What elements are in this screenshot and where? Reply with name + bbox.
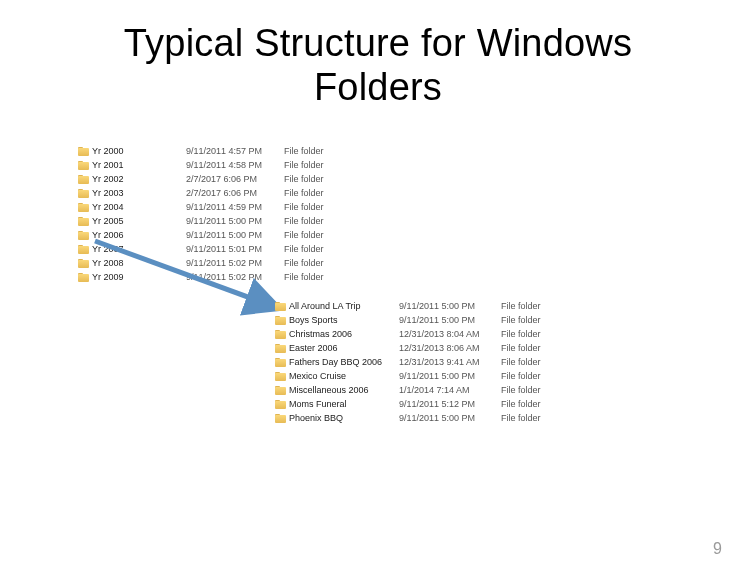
folder-name: Yr 2009 — [92, 270, 186, 284]
folder-type: File folder — [284, 270, 344, 284]
folder-date: 9/11/2011 5:01 PM — [186, 242, 284, 256]
year-folder-row[interactable]: Yr 20079/11/2011 5:01 PMFile folder — [78, 242, 348, 256]
year-folder-row[interactable]: Yr 20019/11/2011 4:58 PMFile folder — [78, 158, 348, 172]
folder-name: Phoenix BBQ — [289, 411, 399, 425]
folder-icon — [78, 259, 89, 268]
folder-type: File folder — [501, 383, 561, 397]
folder-name: Yr 2002 — [92, 172, 186, 186]
folder-date: 9/11/2011 5:00 PM — [399, 411, 501, 425]
folder-icon — [275, 344, 286, 353]
year-folder-list: Yr 20009/11/2011 4:57 PMFile folderYr 20… — [78, 144, 348, 284]
folder-name: Miscellaneous 2006 — [289, 383, 399, 397]
folder-type: File folder — [501, 299, 561, 313]
folder-date: 9/11/2011 5:00 PM — [399, 299, 501, 313]
year-folder-row[interactable]: Yr 20089/11/2011 5:02 PMFile folder — [78, 256, 348, 270]
folder-type: File folder — [501, 397, 561, 411]
folder-icon — [275, 302, 286, 311]
folder-icon — [275, 372, 286, 381]
folder-icon — [78, 231, 89, 240]
folder-icon — [78, 175, 89, 184]
folder-icon — [275, 316, 286, 325]
page-number: 9 — [713, 540, 722, 558]
folder-name: Yr 2006 — [92, 228, 186, 242]
folder-date: 9/11/2011 5:12 PM — [399, 397, 501, 411]
subfolder-row[interactable]: Miscellaneous 20061/1/2014 7:14 AMFile f… — [275, 383, 575, 397]
folder-name: Yr 2008 — [92, 256, 186, 270]
folder-date: 9/11/2011 5:00 PM — [399, 313, 501, 327]
folder-icon — [275, 358, 286, 367]
folder-name: Yr 2007 — [92, 242, 186, 256]
folder-date: 9/11/2011 5:00 PM — [399, 369, 501, 383]
year-folder-row[interactable]: Yr 20059/11/2011 5:00 PMFile folder — [78, 214, 348, 228]
year-folder-row[interactable]: Yr 20032/7/2017 6:06 PMFile folder — [78, 186, 348, 200]
folder-type: File folder — [284, 228, 344, 242]
year-folder-row[interactable]: Yr 20022/7/2017 6:06 PMFile folder — [78, 172, 348, 186]
subfolder-row[interactable]: Phoenix BBQ9/11/2011 5:00 PMFile folder — [275, 411, 575, 425]
folder-date: 9/11/2011 5:02 PM — [186, 270, 284, 284]
folder-icon — [78, 189, 89, 198]
folder-date: 2/7/2017 6:06 PM — [186, 172, 284, 186]
folder-icon — [78, 203, 89, 212]
folder-type: File folder — [284, 256, 344, 270]
folder-date: 9/11/2011 4:57 PM — [186, 144, 284, 158]
folder-type: File folder — [284, 172, 344, 186]
folder-name: All Around LA Trip — [289, 299, 399, 313]
year-folder-row[interactable]: Yr 20049/11/2011 4:59 PMFile folder — [78, 200, 348, 214]
year-folder-row[interactable]: Yr 20009/11/2011 4:57 PMFile folder — [78, 144, 348, 158]
subfolder-row[interactable]: Christmas 200612/31/2013 8:04 AMFile fol… — [275, 327, 575, 341]
folder-date: 1/1/2014 7:14 AM — [399, 383, 501, 397]
folder-name: Yr 2005 — [92, 214, 186, 228]
folder-type: File folder — [501, 369, 561, 383]
folder-type: File folder — [501, 313, 561, 327]
folder-name: Yr 2000 — [92, 144, 186, 158]
folder-date: 12/31/2013 9:41 AM — [399, 355, 501, 369]
folder-name: Yr 2004 — [92, 200, 186, 214]
year-folder-row[interactable]: Yr 20099/11/2011 5:02 PMFile folder — [78, 270, 348, 284]
folder-date: 9/11/2011 5:00 PM — [186, 214, 284, 228]
folder-name: Yr 2001 — [92, 158, 186, 172]
folder-icon — [275, 330, 286, 339]
folder-type: File folder — [501, 341, 561, 355]
folder-date: 9/11/2011 4:59 PM — [186, 200, 284, 214]
folder-type: File folder — [284, 214, 344, 228]
subfolder-row[interactable]: Moms Funeral9/11/2011 5:12 PMFile folder — [275, 397, 575, 411]
folder-icon — [275, 400, 286, 409]
folder-name: Boys Sports — [289, 313, 399, 327]
folder-icon — [275, 386, 286, 395]
slide-title: Typical Structure for Windows Folders — [0, 0, 756, 109]
folder-name: Moms Funeral — [289, 397, 399, 411]
folder-date: 9/11/2011 4:58 PM — [186, 158, 284, 172]
folder-name: Mexico Cruise — [289, 369, 399, 383]
folder-type: File folder — [501, 355, 561, 369]
subfolder-row[interactable]: Fathers Day BBQ 200612/31/2013 9:41 AMFi… — [275, 355, 575, 369]
subfolder-row[interactable]: Easter 200612/31/2013 8:06 AMFile folder — [275, 341, 575, 355]
folder-date: 9/11/2011 5:00 PM — [186, 228, 284, 242]
folder-icon — [78, 147, 89, 156]
folder-icon — [78, 245, 89, 254]
folder-icon — [78, 161, 89, 170]
folder-name: Christmas 2006 — [289, 327, 399, 341]
subfolder-list: All Around LA Trip9/11/2011 5:00 PMFile … — [275, 299, 575, 425]
folder-type: File folder — [501, 327, 561, 341]
folder-icon — [275, 414, 286, 423]
folder-icon — [78, 273, 89, 282]
folder-type: File folder — [284, 242, 344, 256]
year-folder-row[interactable]: Yr 20069/11/2011 5:00 PMFile folder — [78, 228, 348, 242]
folder-date: 9/11/2011 5:02 PM — [186, 256, 284, 270]
folder-type: File folder — [284, 186, 344, 200]
folder-type: File folder — [284, 200, 344, 214]
folder-icon — [78, 217, 89, 226]
folder-type: File folder — [284, 158, 344, 172]
folder-date: 12/31/2013 8:04 AM — [399, 327, 501, 341]
folder-name: Fathers Day BBQ 2006 — [289, 355, 399, 369]
folder-type: File folder — [284, 144, 344, 158]
subfolder-row[interactable]: All Around LA Trip9/11/2011 5:00 PMFile … — [275, 299, 575, 313]
content-area: Yr 20009/11/2011 4:57 PMFile folderYr 20… — [0, 109, 756, 509]
folder-date: 2/7/2017 6:06 PM — [186, 186, 284, 200]
folder-name: Easter 2006 — [289, 341, 399, 355]
folder-date: 12/31/2013 8:06 AM — [399, 341, 501, 355]
subfolder-row[interactable]: Mexico Cruise9/11/2011 5:00 PMFile folde… — [275, 369, 575, 383]
folder-name: Yr 2003 — [92, 186, 186, 200]
subfolder-row[interactable]: Boys Sports9/11/2011 5:00 PMFile folder — [275, 313, 575, 327]
folder-type: File folder — [501, 411, 561, 425]
